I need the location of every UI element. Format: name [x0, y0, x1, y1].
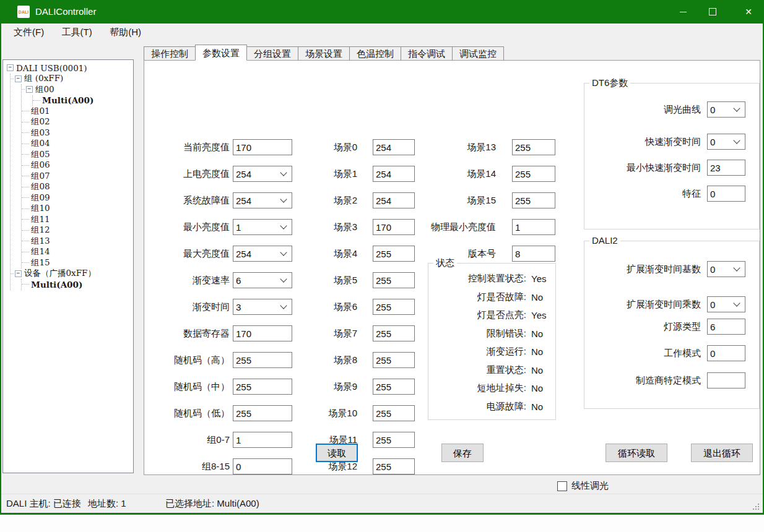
chevron-down-icon	[280, 222, 287, 229]
minimize-button[interactable]	[669, 0, 697, 24]
system-failure-level-combo[interactable]: 254	[233, 192, 292, 208]
tree-item-group00[interactable]: − 组00	[29, 84, 133, 95]
version-input[interactable]	[512, 246, 555, 262]
scene-0-input[interactable]	[373, 139, 415, 155]
app-icon-label: DALI	[19, 10, 28, 14]
linear-dimming-checkbox[interactable]	[557, 481, 567, 491]
collapse-icon[interactable]: −	[15, 75, 22, 82]
random-code-mid-input[interactable]	[233, 379, 292, 395]
dim-curve-combo[interactable]: 0	[707, 101, 745, 118]
scene-15-input[interactable]	[512, 192, 555, 208]
collapse-icon[interactable]: −	[7, 64, 14, 71]
features-input[interactable]	[707, 186, 745, 202]
read-button[interactable]: 读取	[316, 444, 358, 462]
status-value: No	[531, 346, 543, 357]
tree-item-group15[interactable]: 组15	[29, 257, 133, 268]
fast-fade-time-combo[interactable]: 0	[707, 134, 745, 150]
menu-help[interactable]: 帮助(H)	[102, 24, 149, 41]
tree-item-group04[interactable]: 组04	[29, 139, 133, 150]
ext-fade-time-base-combo[interactable]: 0	[707, 261, 745, 277]
current-level-input[interactable]	[233, 139, 292, 155]
field-label: 物理最小亮度值	[422, 221, 496, 233]
tree-item-group08[interactable]: 组08	[29, 182, 133, 193]
tree-item-group12[interactable]: 组12	[29, 225, 133, 236]
tree-item-group14[interactable]: 组14	[29, 247, 133, 258]
tree-item-group10[interactable]: 组10	[29, 204, 133, 215]
tab-color-temp-control[interactable]: 色温控制	[349, 46, 401, 61]
scene-6-input[interactable]	[373, 299, 415, 315]
field-scene-6: 场景6	[295, 299, 415, 315]
resize-grip[interactable]	[753, 504, 754, 505]
poweron-level-combo[interactable]: 254	[233, 166, 292, 182]
field-label: 随机码（低）	[162, 408, 230, 419]
maximize-button[interactable]	[698, 0, 727, 24]
tree-item-multi-a00[interactable]: Multi(A00)	[40, 95, 133, 106]
tree-item-group-root[interactable]: − 组 (0xFF)	[18, 74, 133, 85]
tree-item-label: 组06	[31, 160, 50, 171]
tree-item-devices-broadcast[interactable]: − 设备（广播0xFF）	[18, 268, 133, 280]
group-0-7-input[interactable]	[233, 432, 292, 448]
scene-8-input[interactable]	[373, 352, 415, 368]
save-button[interactable]: 保存	[441, 444, 484, 462]
field-system-failure-level: 系统故障值 254	[162, 192, 292, 208]
scene-12-input[interactable]	[373, 458, 415, 474]
fade-rate-combo[interactable]: 6	[233, 272, 292, 288]
menu-file[interactable]: 文件(F)	[6, 24, 51, 41]
max-level-combo[interactable]: 254	[233, 246, 292, 262]
scene-11-input[interactable]	[373, 432, 415, 448]
status-label: 灯是否故障:	[433, 291, 526, 303]
tree-item-multi-a00-broadcast[interactable]: Multi(A00)	[29, 279, 133, 290]
tree-item-group06[interactable]: 组06	[29, 160, 133, 171]
min-level-combo[interactable]: 1	[233, 219, 292, 235]
status-value: No	[531, 401, 543, 412]
tree-item-group03[interactable]: 组03	[29, 127, 133, 139]
tab-debug-monitor[interactable]: 调试监控	[452, 46, 504, 61]
tab-scene-settings[interactable]: 场景设置	[298, 46, 350, 61]
random-code-low-input[interactable]	[233, 405, 292, 421]
loop-read-button[interactable]: 循环读取	[606, 444, 667, 462]
operating-mode-input[interactable]	[707, 345, 745, 361]
tree-item-group07[interactable]: 组07	[29, 171, 133, 182]
scene-7-input[interactable]	[373, 325, 415, 341]
exit-loop-button[interactable]: 退出循环	[691, 444, 753, 462]
close-button[interactable]: ✕	[734, 0, 763, 24]
group-8-15-input[interactable]	[233, 458, 292, 474]
tree-item-dali-usb[interactable]: − DALI USB(0001)	[7, 62, 133, 74]
scene-10-input[interactable]	[373, 405, 415, 421]
tab-grouping-settings[interactable]: 分组设置	[246, 46, 298, 61]
collapse-icon[interactable]: −	[26, 86, 33, 93]
tab-parameter-settings[interactable]: 参数设置	[195, 45, 247, 61]
scene-13-input[interactable]	[512, 139, 555, 155]
scene-2-input[interactable]	[373, 192, 415, 208]
tree-item-group05[interactable]: 组05	[29, 149, 133, 160]
collapse-icon[interactable]: −	[15, 270, 22, 277]
scene-9-input[interactable]	[373, 379, 415, 395]
menu-tools[interactable]: 工具(T)	[54, 24, 100, 41]
chevron-down-icon	[280, 275, 287, 282]
manufacturer-mode-input[interactable]	[707, 372, 745, 388]
tree-item-group01[interactable]: 组01	[29, 106, 133, 117]
data-register-input[interactable]	[233, 325, 292, 341]
light-source-type-input[interactable]	[707, 319, 745, 335]
fade-time-combo[interactable]: 3	[233, 299, 292, 315]
ext-fade-time-mult-combo[interactable]: 0	[707, 296, 745, 312]
tree-item-group02[interactable]: 组02	[29, 117, 133, 128]
random-code-high-input[interactable]	[233, 352, 292, 368]
scene-1-input[interactable]	[373, 166, 415, 182]
physical-min-level-input[interactable]	[512, 219, 555, 235]
field-scene-14: 场景14	[422, 166, 555, 182]
scene-14-input[interactable]	[512, 166, 555, 182]
tree-item-group11[interactable]: 组11	[29, 214, 133, 225]
combo-value: 0	[710, 137, 715, 147]
field-manufacturer-mode: 制造商特定模式	[589, 372, 745, 388]
tab-command-debug[interactable]: 指令调试	[401, 46, 453, 61]
scene-4-input[interactable]	[373, 246, 415, 262]
scene-5-input[interactable]	[373, 272, 415, 288]
tree-item-group13[interactable]: 组13	[29, 236, 133, 247]
min-fast-fade-time-input[interactable]	[707, 160, 745, 176]
tab-operation-control[interactable]: 操作控制	[144, 46, 196, 61]
scene-3-input[interactable]	[373, 219, 415, 235]
status-row-lamp-on: 灯是否点亮:Yes	[428, 306, 555, 325]
field-fade-rate: 渐变速率 6	[162, 272, 292, 288]
tree-item-group09[interactable]: 组09	[29, 192, 133, 204]
